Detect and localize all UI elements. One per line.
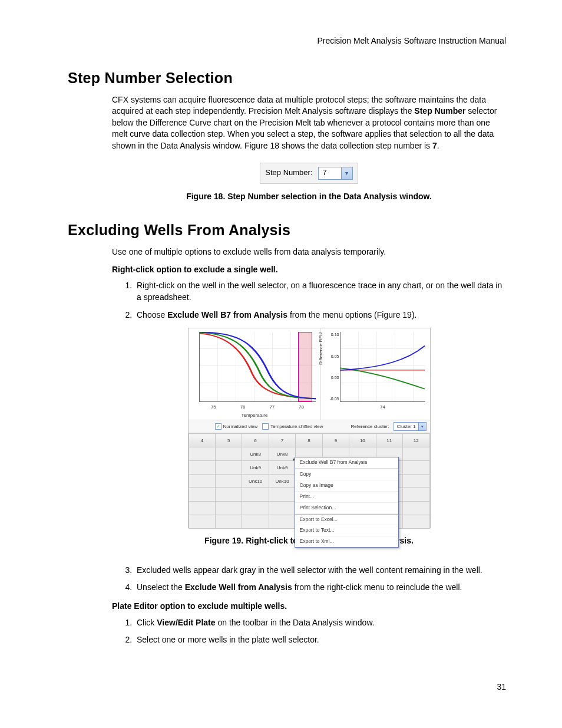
well-cell[interactable]: Unk8: [242, 447, 269, 461]
list-item: Choose Exclude Well B7 from Analysis fro…: [134, 309, 506, 321]
menu-item-export-text[interactable]: Export to Text...: [295, 525, 398, 536]
well-cell[interactable]: [403, 461, 430, 475]
well-cell[interactable]: [189, 515, 215, 529]
well-cell[interactable]: [215, 502, 242, 515]
well-cell[interactable]: [189, 475, 215, 488]
well-cell[interactable]: [403, 488, 430, 502]
well-cell[interactable]: [189, 502, 215, 515]
well-cell[interactable]: Unk9: [242, 461, 269, 475]
col-header[interactable]: 7: [269, 434, 295, 447]
reference-cluster-label: Reference cluster:: [351, 423, 389, 430]
ytick: -0.05: [322, 396, 339, 402]
step4-bold: Exclude Well from Analysis: [185, 582, 292, 592]
step5-post: on the toolbar in the Data Analysis wind…: [216, 618, 375, 627]
checkbox-icon: ✓: [215, 423, 222, 430]
well-cell[interactable]: [269, 515, 295, 529]
figure-19: 75 76 77 78 Temperature Difference RFU 0…: [112, 328, 506, 528]
reference-cluster-value: Cluster 1: [394, 423, 418, 430]
step-number-dropdown[interactable]: 7 ▾: [318, 167, 352, 180]
xtick: 77: [269, 404, 275, 410]
well-cell[interactable]: [189, 447, 215, 461]
list-item: Click View/Edit Plate on the toolbar in …: [134, 617, 506, 629]
col-header[interactable]: 4: [189, 434, 215, 447]
menu-item-print[interactable]: Print...: [295, 492, 398, 503]
figure-18: Step Number: 7 ▾: [112, 163, 506, 184]
xtick: 76: [240, 404, 246, 410]
reference-cluster-dropdown[interactable]: Cluster 1 ▾: [394, 422, 426, 431]
well-cell[interactable]: [269, 488, 295, 502]
col-header[interactable]: 9: [322, 434, 349, 447]
right-click-steps: Right-click on the well in the well sele…: [112, 280, 506, 321]
step-number-label: Step Number:: [265, 167, 312, 178]
chart-controls: ✓ Normalized view Temperature-shifted vi…: [189, 420, 430, 433]
well-cell[interactable]: [403, 475, 430, 488]
well-cell[interactable]: [269, 502, 295, 515]
section2-intro: Use one of multiple options to exclude w…: [112, 246, 506, 258]
col-header[interactable]: 10: [349, 434, 376, 447]
section-heading-step-number: Step Number Selection: [68, 68, 506, 88]
normalized-melt-chart: 75 76 77 78 Temperature: [189, 328, 322, 420]
menu-item-copy[interactable]: Copy: [295, 469, 398, 480]
xtick: 74: [380, 404, 385, 410]
step2-bold: Exclude Well B7 from Analysis: [167, 310, 287, 319]
list-item: Right-click on the well in the well sele…: [134, 280, 506, 303]
col-header[interactable]: 6: [242, 434, 269, 447]
well-cell[interactable]: [242, 488, 269, 502]
subhead-right-click: Right-click option to exclude a single w…: [112, 264, 506, 276]
right-click-steps-cont: Excluded wells appear dark gray in the w…: [112, 565, 506, 594]
well-cell[interactable]: [189, 488, 215, 502]
well-cell[interactable]: [215, 515, 242, 529]
page-number: 31: [68, 681, 506, 693]
well-cell[interactable]: Unk10: [242, 475, 269, 488]
context-menu: Exclude Well B7 from Analysis Copy Copy …: [295, 457, 399, 548]
plate-editor-steps: Click View/Edit Plate on the toolbar in …: [112, 617, 506, 646]
menu-item-copy-as-image[interactable]: Copy as Image: [295, 480, 398, 492]
well-cell[interactable]: [242, 502, 269, 515]
menu-item-exclude-well[interactable]: Exclude Well B7 from Analysis: [295, 457, 398, 469]
well-cell[interactable]: [189, 461, 215, 475]
difference-rfu-chart: Difference RFU 0.10 0.05 0.00 -0.05: [321, 328, 429, 420]
well-cell[interactable]: [403, 502, 430, 515]
col-header[interactable]: 12: [403, 434, 430, 447]
menu-item-export-xml[interactable]: Export to Xml...: [295, 536, 398, 547]
well-cell[interactable]: [403, 447, 430, 461]
col-header[interactable]: 5: [215, 434, 242, 447]
step5-bold: View/Edit Plate: [157, 618, 215, 627]
normalized-view-checkbox[interactable]: ✓ Normalized view: [215, 423, 258, 430]
well-cell[interactable]: [403, 515, 430, 529]
well-grid: 4 5 6 7 8 9 10 11 12 Unk8 Unk8: [189, 433, 430, 528]
step4-pre: Unselect the: [137, 582, 185, 592]
step-number-value: 7: [319, 167, 340, 178]
chevron-down-icon[interactable]: ▾: [418, 423, 426, 430]
well-cell[interactable]: Unk10: [269, 475, 295, 488]
xtick: 78: [299, 404, 304, 410]
well-cell[interactable]: [215, 475, 242, 488]
list-item: Excluded wells appear dark gray in the w…: [134, 565, 506, 577]
menu-item-export-excel[interactable]: Export to Excel...: [295, 515, 398, 526]
checkbox-label: Normalized view: [223, 423, 258, 430]
xtick: 75: [211, 404, 216, 410]
checkbox-icon: [262, 423, 269, 430]
chevron-down-icon[interactable]: ▾: [341, 167, 352, 179]
well-cell[interactable]: Unk9: [269, 461, 295, 475]
col-header[interactable]: 11: [376, 434, 402, 447]
menu-item-print-selection[interactable]: Print Selection...: [295, 503, 398, 514]
step2-post: from the menu options (Figure 19).: [287, 310, 416, 319]
section1-paragraph: CFX systems can acquire fluorescence dat…: [112, 94, 506, 152]
well-cell[interactable]: [215, 447, 242, 461]
section-heading-excluding-wells: Excluding Wells From Analysis: [68, 220, 506, 241]
step5-pre: Click: [137, 618, 157, 627]
well-cell[interactable]: [215, 488, 242, 502]
list-item: Unselect the Exclude Well from Analysis …: [134, 582, 506, 594]
col-header[interactable]: 8: [296, 434, 322, 447]
ytick: 0.10: [322, 332, 339, 338]
checkbox-label: Temperature-shifted view: [270, 423, 323, 430]
temperature-shifted-checkbox[interactable]: Temperature-shifted view: [262, 423, 323, 430]
p1-bold-seven: 7: [432, 141, 437, 150]
subhead-plate-editor: Plate Editor option to exclude multiple …: [112, 601, 506, 612]
well-cell[interactable]: [215, 461, 242, 475]
step2-pre: Choose: [137, 310, 167, 319]
well-cell[interactable]: [242, 515, 269, 529]
p1-post: .: [437, 141, 439, 150]
step4-post: from the right-click menu to reinclude t…: [292, 582, 462, 592]
